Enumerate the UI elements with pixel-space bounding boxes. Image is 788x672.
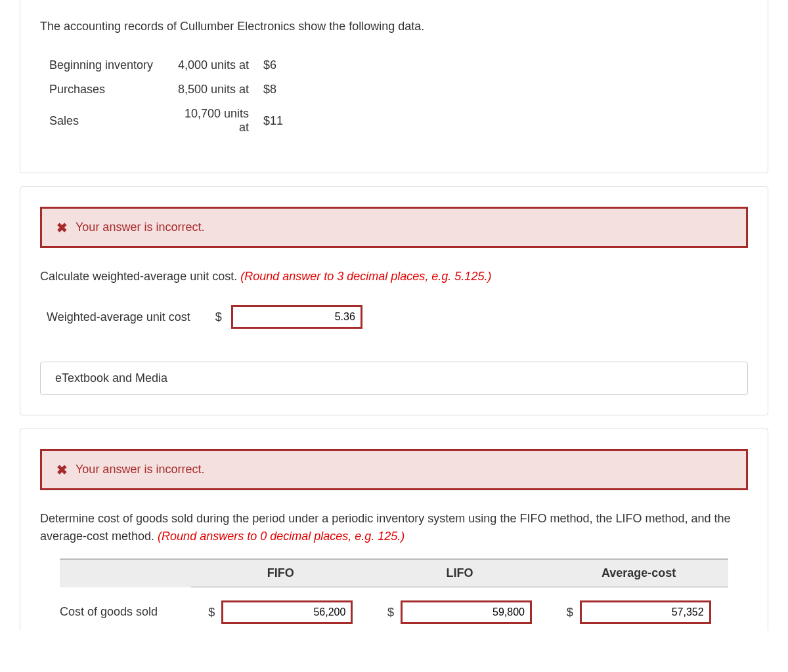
weighted-avg-input[interactable]	[231, 305, 362, 329]
row-units: 10,700 units at	[174, 102, 259, 140]
prompt-text: Calculate weighted-average unit cost.	[40, 270, 240, 283]
x-icon: ✖	[56, 463, 68, 476]
fifo-header: FIFO	[191, 559, 370, 587]
row-label: Purchases	[49, 77, 174, 102]
row-price: $6	[259, 53, 294, 77]
blank-header	[60, 559, 191, 587]
currency-symbol: $	[208, 606, 215, 620]
row-price: $8	[259, 77, 294, 102]
fifo-cell: $	[191, 587, 370, 625]
avg-header: Average-cost	[549, 559, 728, 587]
etextbook-label: eTextbook and Media	[55, 371, 167, 385]
header-row: FIFO LIFO Average-cost	[60, 559, 728, 587]
weighted-avg-label: Weighted-average unit cost	[47, 310, 190, 324]
lifo-input[interactable]	[401, 600, 532, 624]
lifo-header: LIFO	[370, 559, 550, 587]
question-intro: The accounting records of Cullumber Elec…	[20, 0, 768, 40]
alert-text: Your answer is incorrect.	[76, 220, 204, 234]
cogs-table: FIFO LIFO Average-cost Cost of goods sol…	[60, 558, 728, 624]
intro-text: The accounting records of Cullumber Elec…	[40, 20, 424, 33]
avg-cell: $	[549, 587, 728, 625]
etextbook-button[interactable]: eTextbook and Media	[40, 362, 748, 395]
row-units: 8,500 units at	[174, 77, 259, 102]
part2-card: ✖ Your answer is incorrect. Determine co…	[20, 429, 768, 631]
x-icon: ✖	[56, 221, 68, 234]
prompt-hint: (Round answers to 0 decimal places, e.g.…	[158, 530, 405, 543]
row-label: Beginning inventory	[49, 53, 174, 77]
row-label: Sales	[49, 102, 174, 140]
table-row: Purchases 8,500 units at $8	[49, 77, 294, 102]
cogs-row-label: Cost of goods sold	[60, 587, 191, 625]
part1-card: ✖ Your answer is incorrect. Calculate we…	[20, 186, 768, 415]
part1-prompt: Calculate weighted-average unit cost. (R…	[40, 268, 748, 285]
question-data-card: The accounting records of Cullumber Elec…	[20, 0, 768, 173]
fifo-input[interactable]	[221, 600, 353, 624]
table-row: Beginning inventory 4,000 units at $6	[49, 53, 294, 77]
cogs-row: Cost of goods sold $ $ $	[60, 587, 728, 625]
weighted-avg-row: Weighted-average unit cost $	[47, 305, 748, 329]
part2-prompt: Determine cost of goods sold during the …	[40, 510, 748, 545]
currency-symbol: $	[387, 606, 394, 620]
lifo-cell: $	[370, 587, 550, 625]
incorrect-alert: ✖ Your answer is incorrect.	[40, 449, 748, 490]
prompt-hint: (Round answer to 3 decimal places, e.g. …	[240, 270, 491, 283]
row-price: $11	[259, 102, 294, 140]
table-row: Sales 10,700 units at $11	[49, 102, 294, 140]
incorrect-alert: ✖ Your answer is incorrect.	[40, 207, 748, 248]
avg-input[interactable]	[580, 600, 711, 624]
accounting-data-table: Beginning inventory 4,000 units at $6 Pu…	[49, 53, 294, 140]
row-units: 4,000 units at	[174, 53, 259, 77]
currency-symbol: $	[215, 310, 222, 324]
alert-text: Your answer is incorrect.	[76, 463, 204, 476]
currency-symbol: $	[567, 606, 573, 620]
